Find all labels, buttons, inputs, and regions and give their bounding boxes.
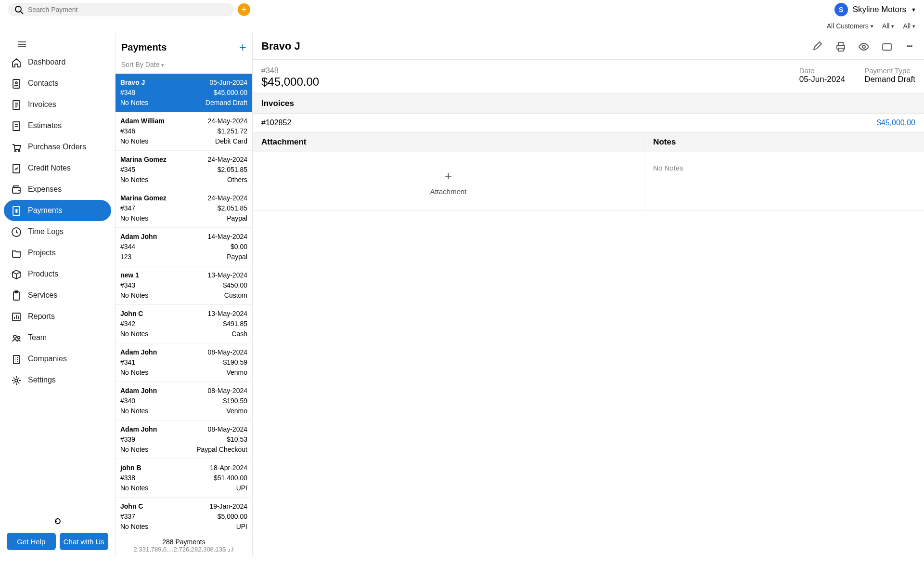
filter-row: All Customers▾ All▾ All▾	[0, 19, 924, 33]
payment-list-item[interactable]: John C13-May-2024#342$491.85No NotesCash	[116, 305, 252, 343]
svg-rect-34	[838, 42, 843, 45]
sidebar-item-label: Team	[28, 333, 47, 342]
sidebar-item-settings[interactable]: Settings	[4, 369, 111, 391]
chevron-down-icon: ▼	[911, 7, 916, 13]
eye-icon	[858, 41, 869, 52]
avatar: S	[834, 3, 848, 16]
sidebar-item-projects[interactable]: Projects	[4, 242, 111, 263]
sidebar-item-services[interactable]: Services	[4, 285, 111, 306]
sidebar-item-invoices[interactable]: Invoices	[4, 94, 111, 115]
sidebar-item-team[interactable]: Team	[4, 327, 111, 348]
edit-button[interactable]	[811, 40, 823, 52]
payment-list-item[interactable]: Adam John14-May-2024#344$0.00123Paypal	[116, 228, 252, 266]
item-date: 18-Apr-2024	[210, 463, 247, 473]
folder-icon	[11, 248, 21, 258]
item-notes: No Notes	[120, 290, 148, 301]
payment-detail: Bravo J #348 $45,000.00 Date 05-Jun-2024	[253, 33, 924, 557]
item-id: #343	[120, 280, 135, 290]
email-button[interactable]	[881, 40, 892, 52]
item-id: #348	[120, 88, 135, 98]
sidebar-item-time-logs[interactable]: Time Logs	[4, 221, 111, 242]
sidebar-item-dashboard[interactable]: Dashboard	[4, 52, 111, 73]
item-id: #344	[120, 242, 135, 252]
add-payment-button[interactable]: +	[239, 40, 246, 55]
sidebar-item-companies[interactable]: Companies	[4, 348, 111, 369]
mail-icon	[881, 41, 892, 52]
invoice-amount: $45,000.00	[877, 118, 915, 127]
item-method: Paypal	[227, 252, 247, 262]
item-name: Adam John	[120, 232, 157, 242]
item-date: 19-Jan-2024	[209, 501, 247, 512]
item-amount: $45,000.00	[214, 88, 247, 98]
refresh-button[interactable]	[4, 514, 111, 530]
payment-list-item[interactable]: Adam John08-May-2024#339$10.53No NotesPa…	[116, 420, 252, 459]
sidebar-item-label: Payments	[28, 206, 62, 215]
item-notes: No Notes	[120, 213, 148, 223]
search-icon	[13, 4, 24, 15]
printer-icon	[835, 41, 846, 52]
invoice-row[interactable]: #102852 $45,000.00	[253, 114, 924, 132]
payment-list-item[interactable]: Bravo J05-Jun-2024#348$45,000.00No Notes…	[116, 74, 252, 112]
svg-point-23	[13, 335, 16, 338]
payment-list-item[interactable]: john B18-Apr-2024#338$51,400.00No NotesU…	[116, 459, 252, 498]
filter-all-2[interactable]: All▾	[903, 22, 915, 30]
payment-list-item[interactable]: new 113-May-2024#343$450.00No NotesCusto…	[116, 266, 252, 305]
sidebar-item-expenses[interactable]: Expenses	[4, 179, 111, 200]
item-method: Venmo	[226, 368, 247, 378]
item-name: new 1	[120, 270, 139, 280]
item-date: 24-May-2024	[208, 193, 248, 203]
global-add-button[interactable]: +	[238, 3, 250, 16]
sidebar-item-label: Invoices	[28, 100, 56, 109]
search-box[interactable]	[8, 3, 234, 16]
payment-list-item[interactable]: Marina Gomez24-May-2024#347$2,051.85No N…	[116, 189, 252, 228]
preview-button[interactable]	[858, 40, 869, 52]
sidebar-item-reports[interactable]: Reports	[4, 306, 111, 327]
item-name: Bravo J	[120, 78, 145, 88]
filter-all-1[interactable]: All▾	[882, 22, 895, 30]
topbar: + S Skyline Motors ▼	[0, 0, 924, 19]
chat-button[interactable]: Chat with Us	[60, 533, 109, 550]
item-notes: No Notes	[120, 98, 148, 108]
sidebar-item-credit-notes[interactable]: Credit Notes	[4, 158, 111, 179]
payment-list-item[interactable]: Adam William24-May-2024#346$1,251.72No N…	[116, 112, 252, 151]
add-attachment-button[interactable]: + Attachment	[261, 169, 635, 196]
svg-rect-25	[13, 355, 19, 364]
item-amount: $190.59	[223, 357, 247, 368]
print-button[interactable]	[834, 40, 846, 52]
filter-customers[interactable]: All Customers▾	[827, 22, 873, 30]
payment-list-item[interactable]: Adam John08-May-2024#341$190.59No NotesV…	[116, 343, 252, 382]
item-name: Adam John	[120, 424, 157, 434]
clipboard-icon	[11, 290, 21, 301]
sidebar-item-label: Settings	[28, 376, 56, 384]
sidebar-item-payments[interactable]: Payments	[4, 200, 111, 221]
sidebar-item-contacts[interactable]: Contacts	[4, 73, 111, 94]
item-method: Others	[227, 175, 247, 185]
payment-date: 05-Jun-2024	[799, 75, 845, 84]
get-help-button[interactable]: Get Help	[7, 533, 56, 550]
payment-list-item[interactable]: Adam John08-May-2024#340$190.59No NotesV…	[116, 382, 252, 420]
sidebar-item-label: Dashboard	[28, 58, 65, 66]
sidebar-item-label: Companies	[28, 355, 67, 363]
item-notes: No Notes	[120, 445, 148, 455]
item-id: #340	[120, 396, 135, 406]
sidebar-item-label: Projects	[28, 249, 56, 257]
item-notes: 123	[120, 252, 131, 262]
item-name: Marina Gomez	[120, 155, 167, 165]
menu-toggle-button[interactable]	[18, 41, 26, 47]
company-selector[interactable]: S Skyline Motors ▼	[834, 3, 916, 16]
sort-selector[interactable]: Sort By Date ▾	[116, 59, 252, 74]
payment-list-item[interactable]: Marina Gomez24-May-2024#345$2,051.85No N…	[116, 151, 252, 189]
item-amount: $450.00	[223, 280, 247, 290]
payment-list-item[interactable]: John C19-Jan-2024#337$5,000.00No NotesUP…	[116, 498, 252, 534]
item-notes: No Notes	[120, 368, 148, 378]
sidebar-item-products[interactable]: Products	[4, 263, 111, 285]
search-input[interactable]	[28, 6, 228, 13]
item-id: #341	[120, 357, 135, 368]
more-button[interactable]	[904, 40, 915, 52]
sidebar-item-purchase-orders[interactable]: Purchase Orders	[4, 136, 111, 158]
sidebar-item-estimates[interactable]: Estimates	[4, 115, 111, 136]
payment-icon	[11, 205, 21, 216]
svg-line-1	[21, 12, 23, 14]
sidebar-item-label: Purchase Orders	[28, 143, 86, 151]
company-name: Skyline Motors	[853, 5, 906, 14]
